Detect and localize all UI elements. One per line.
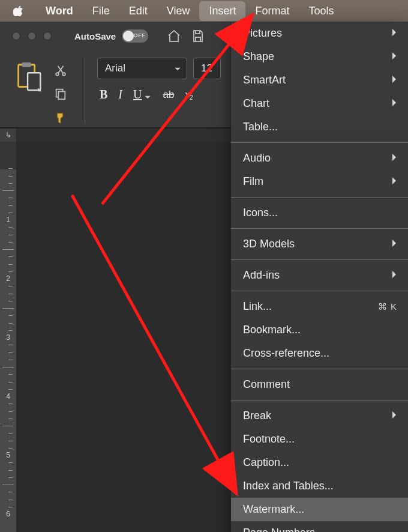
ruler-mark: 1 [0, 216, 16, 224]
chevron-right-icon [391, 153, 397, 164]
menu-item-smartart[interactable]: SmartArt [231, 68, 408, 92]
menu-item-comment[interactable]: Comment [231, 373, 408, 396]
home-icon[interactable] [165, 27, 183, 45]
menu-format[interactable]: Format [245, 1, 299, 21]
ruler-corner-icon[interactable]: ↳ [0, 128, 17, 142]
chevron-right-icon [391, 28, 397, 39]
traffic-zoom[interactable] [43, 32, 52, 40]
strikethrough-button[interactable]: ab [163, 89, 174, 101]
ruler-mark: 2 [0, 274, 16, 283]
menu-item-label: Chart [243, 97, 269, 110]
font-group: Arial 12 B I U ab x2 [89, 58, 221, 101]
paste-icon[interactable] [14, 61, 43, 96]
menu-item-footnote[interactable]: Footnote... [231, 428, 408, 451]
menu-item-pictures[interactable]: Pictures [231, 22, 408, 45]
font-size-dropdown[interactable]: 12 [193, 58, 221, 79]
traffic-minimize[interactable] [28, 32, 36, 40]
italic-button[interactable]: I [118, 88, 122, 101]
autosave-state: OFF [134, 32, 146, 38]
chevron-right-icon [391, 52, 397, 62]
menu-item-label: Pictures [243, 27, 282, 40]
chevron-right-icon [391, 411, 397, 422]
menu-item-table[interactable]: Table... [231, 115, 408, 139]
font-name-dropdown[interactable]: Arial [97, 58, 187, 79]
format-painter-icon[interactable] [54, 112, 67, 127]
chevron-right-icon [391, 270, 397, 281]
traffic-close[interactable] [12, 32, 20, 40]
menu-separator [231, 369, 408, 369]
copy-icon[interactable] [54, 88, 67, 103]
menu-item-film[interactable]: Film [231, 170, 408, 193]
subscript-button[interactable]: x2 [185, 89, 193, 101]
menu-view[interactable]: View [157, 1, 200, 21]
ruler-mark: 6 [0, 510, 16, 518]
font-name-value: Arial [105, 62, 125, 74]
menu-item-label: Index and Tables... [243, 480, 334, 492]
menu-item-label: Comment [243, 378, 290, 391]
menu-item-label: Cross-reference... [243, 347, 329, 360]
menu-insert[interactable]: Insert [199, 1, 245, 21]
menu-item-page-numbers[interactable]: Page Numbers... [231, 521, 408, 532]
chevron-right-icon [391, 98, 397, 109]
chevron-right-icon [391, 75, 397, 86]
menu-item-add-ins[interactable]: Add-ins [231, 264, 408, 287]
macos-menubar: Word File Edit View Insert Format Tools [0, 0, 408, 22]
menu-item-label: Shape [243, 50, 274, 63]
menu-app-name[interactable]: Word [36, 1, 83, 21]
menu-item-label: Watermark... [243, 503, 304, 516]
menu-file[interactable]: File [83, 1, 119, 21]
ruler-mark: 5 [0, 451, 16, 459]
menu-separator [231, 291, 408, 291]
menu-item-caption[interactable]: Caption... [231, 451, 408, 474]
menu-separator [231, 197, 408, 198]
menu-separator [231, 259, 408, 260]
ruler-vertical[interactable]: 123456 [0, 142, 17, 532]
menu-item-audio[interactable]: Audio [231, 147, 408, 170]
menu-item-label: Link... [243, 300, 272, 313]
menu-item-label: Bookmark... [243, 324, 301, 336]
menu-edit[interactable]: Edit [119, 1, 157, 21]
menu-separator [231, 400, 408, 401]
menu-item-label: Caption... [243, 456, 289, 469]
menu-item-watermark[interactable]: Watermark... [231, 498, 408, 521]
svg-rect-7 [58, 91, 65, 99]
clipboard-group: Paste [0, 58, 81, 138]
font-size-value: 12 [201, 62, 212, 74]
menu-item-label: 3D Models [243, 238, 295, 250]
menu-item-chart[interactable]: Chart [231, 92, 408, 115]
autosave-toggle[interactable]: AutoSave OFF [74, 29, 148, 43]
chevron-down-icon [173, 64, 182, 73]
bold-button[interactable]: B [100, 88, 107, 101]
apple-logo-icon[interactable] [13, 5, 24, 16]
menu-item-bookmark[interactable]: Bookmark... [231, 318, 408, 342]
menu-item-3d-models[interactable]: 3D Models [231, 232, 408, 256]
autosave-switch[interactable]: OFF [122, 29, 148, 43]
menu-item-label: Audio [243, 152, 271, 165]
underline-button[interactable]: U [133, 88, 152, 101]
menu-shortcut: ⌘ K [378, 301, 397, 312]
menu-tools[interactable]: Tools [299, 1, 343, 21]
menu-item-icons[interactable]: Icons... [231, 201, 408, 225]
ruler-mark: 4 [0, 392, 16, 401]
menu-item-label: Icons... [243, 207, 278, 219]
menu-item-link[interactable]: Link...⌘ K [231, 295, 408, 318]
underline-label: U [133, 88, 142, 101]
svg-rect-1 [22, 62, 31, 67]
menu-separator [231, 228, 408, 229]
svg-rect-2 [28, 73, 40, 90]
window-traffic-lights[interactable] [12, 32, 52, 40]
save-icon[interactable] [189, 27, 207, 45]
menu-item-label: Break [243, 410, 271, 422]
menu-item-cross-reference[interactable]: Cross-reference... [231, 342, 408, 365]
svg-point-5 [62, 73, 65, 76]
ruler-mark: 3 [0, 333, 16, 342]
menu-item-shape[interactable]: Shape [231, 45, 408, 68]
menu-separator [231, 142, 408, 143]
menu-item-break[interactable]: Break [231, 404, 408, 428]
cut-icon[interactable] [54, 64, 67, 79]
chevron-right-icon [391, 239, 397, 250]
menu-item-index-and-tables[interactable]: Index and Tables... [231, 474, 408, 498]
menu-item-label: Film [243, 175, 263, 188]
svg-point-4 [56, 73, 59, 76]
autosave-label: AutoSave [74, 31, 116, 41]
